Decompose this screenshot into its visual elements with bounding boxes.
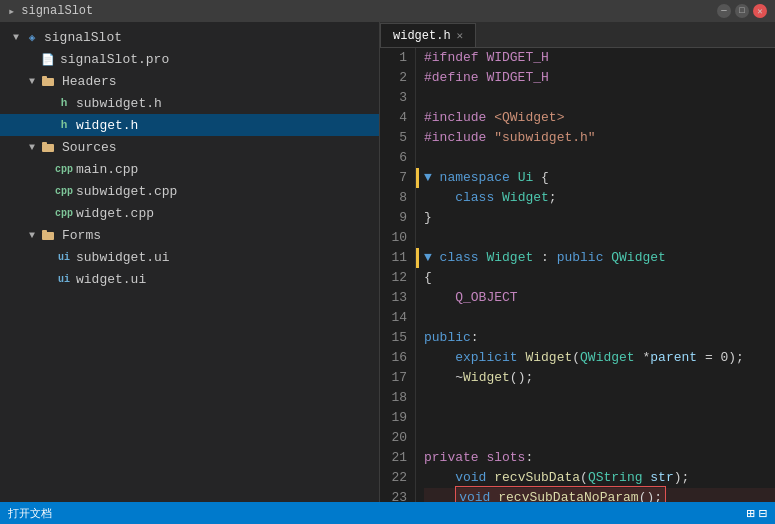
token-7-2: Ui bbox=[518, 168, 541, 188]
token-22-6: ); bbox=[674, 468, 690, 488]
tree-item-widget-cpp[interactable]: cpp widget.cpp bbox=[0, 202, 379, 224]
tree-item-widget-h[interactable]: h widget.h bbox=[0, 114, 379, 136]
token-4-1: #include bbox=[424, 108, 494, 128]
code-line-12: { bbox=[424, 268, 775, 288]
code-line-17: ~Widget(); bbox=[424, 368, 775, 388]
token-11-4: public bbox=[557, 248, 612, 268]
token-11-3: : bbox=[533, 248, 556, 268]
ln-18: 18 bbox=[384, 388, 407, 408]
code-line-9: } bbox=[424, 208, 775, 228]
ln-8: 8 bbox=[384, 188, 407, 208]
ln-1: 1 bbox=[384, 48, 407, 68]
token-5-2: "subwidget.h" bbox=[494, 128, 595, 148]
tree-item-forms[interactable]: ▼ Forms bbox=[0, 224, 379, 246]
code-line-18 bbox=[424, 388, 775, 408]
ln-16: 16 bbox=[384, 348, 407, 368]
minimize-button[interactable]: — bbox=[717, 4, 731, 18]
code-line-11: ▼ class Widget : public QWidget bbox=[424, 248, 775, 268]
icon-sources-folder bbox=[40, 139, 56, 155]
file-tree: ▼ ◈ signalSlot 📄 signalSlot.pro ▼ Header… bbox=[0, 22, 380, 502]
token-15-2: : bbox=[471, 328, 479, 348]
arrow-sources: ▼ bbox=[24, 139, 40, 155]
token-13-1: Q_OBJECT bbox=[455, 288, 517, 308]
close-button[interactable]: ✕ bbox=[753, 4, 767, 18]
icon-main-cpp: cpp bbox=[56, 161, 72, 177]
token-1-1: #ifndef WIDGET_H bbox=[424, 48, 549, 68]
ln-13: 13 bbox=[384, 288, 407, 308]
code-content: 1 2 3 4 5 6 7 8 9 10 11 12 13 14 15 16 1… bbox=[380, 48, 775, 502]
tree-label-subwidget-cpp: subwidget.cpp bbox=[76, 184, 177, 199]
token-15-1: public bbox=[424, 328, 471, 348]
tree-item-subwidget-cpp[interactable]: cpp subwidget.cpp bbox=[0, 180, 379, 202]
tree-label-widget-cpp: widget.cpp bbox=[76, 206, 154, 221]
code-lines: #ifndef WIDGET_H #define WIDGET_H #inclu… bbox=[416, 48, 775, 502]
token-23-3: (); bbox=[639, 490, 662, 502]
bottom-bar: 打开文档 ⊞ ⊟ bbox=[0, 502, 775, 524]
tree-item-sources[interactable]: ▼ Sources bbox=[0, 136, 379, 158]
title-bar-left: ▸ signalSlot bbox=[8, 4, 93, 19]
tree-item-headers[interactable]: ▼ Headers bbox=[0, 70, 379, 92]
token-8-1: class bbox=[455, 188, 502, 208]
tree-item-signalSlot[interactable]: ▼ ◈ signalSlot bbox=[0, 26, 379, 48]
arrow-signalSlot: ▼ bbox=[8, 29, 24, 45]
icon-subwidget-ui: ui bbox=[56, 249, 72, 265]
svg-rect-2 bbox=[42, 144, 54, 152]
token-23-2: recvSubDataNoParam bbox=[498, 490, 638, 502]
svg-rect-0 bbox=[42, 78, 54, 86]
token-16-indent bbox=[424, 348, 455, 368]
code-line-16: explicit Widget(QWidget *parent = 0); bbox=[424, 348, 775, 368]
token-11-5: QWidget bbox=[611, 248, 666, 268]
tree-item-subwidget-h[interactable]: h subwidget.h bbox=[0, 92, 379, 114]
code-line-21: private slots: bbox=[424, 448, 775, 468]
token-21-2: : bbox=[525, 448, 533, 468]
tab-widget-h[interactable]: widget.h ✕ bbox=[380, 23, 476, 47]
icon-subwidget-h: h bbox=[56, 95, 72, 111]
token-16-7: = 0); bbox=[705, 348, 744, 368]
code-line-22: void recvSubData(QString str); bbox=[424, 468, 775, 488]
tree-item-main-cpp[interactable]: cpp main.cpp bbox=[0, 158, 379, 180]
icon-forms-folder bbox=[40, 227, 56, 243]
code-line-5: #include "subwidget.h" bbox=[424, 128, 775, 148]
token-22-2: recvSubData bbox=[494, 468, 580, 488]
token-22-4: QString bbox=[588, 468, 650, 488]
tree-label-pro: signalSlot.pro bbox=[60, 52, 169, 67]
token-16-1: explicit bbox=[455, 348, 525, 368]
code-line-19 bbox=[424, 408, 775, 428]
code-line-10 bbox=[424, 228, 775, 248]
tree-item-widget-ui[interactable]: ui widget.ui bbox=[0, 268, 379, 290]
close-tab-icon[interactable]: ✕ bbox=[457, 29, 464, 42]
code-line-4: #include <QWidget> bbox=[424, 108, 775, 128]
token-17-2: Widget bbox=[463, 368, 510, 388]
tab-label-widget-h: widget.h bbox=[393, 29, 451, 43]
token-23-redbox: void recvSubDataNoParam(); bbox=[455, 486, 666, 502]
tree-label-widget-ui: widget.ui bbox=[76, 272, 146, 287]
token-17-indent bbox=[424, 368, 455, 388]
token-9-1: } bbox=[424, 208, 432, 228]
bottom-left-text: 打开文档 bbox=[8, 506, 52, 521]
ln-15: 15 bbox=[384, 328, 407, 348]
ln-19: 19 bbox=[384, 408, 407, 428]
code-line-14 bbox=[424, 308, 775, 328]
ln-14: 14 bbox=[384, 308, 407, 328]
tree-item-signalSlot-pro[interactable]: 📄 signalSlot.pro bbox=[0, 48, 379, 70]
token-22-3: ( bbox=[580, 468, 588, 488]
token-17-1: ~ bbox=[455, 368, 463, 388]
maximize-button[interactable]: □ bbox=[735, 4, 749, 18]
tree-label-forms: Forms bbox=[62, 228, 101, 243]
tree-label-widget-h: widget.h bbox=[76, 118, 138, 133]
arrow-headers: ▼ bbox=[24, 73, 40, 89]
icon-project: ◈ bbox=[24, 29, 40, 45]
split-icon[interactable]: ⊞ bbox=[746, 505, 754, 522]
tree-item-subwidget-ui[interactable]: ui subwidget.ui bbox=[0, 246, 379, 268]
icon-widget-h: h bbox=[56, 117, 72, 133]
token-7-1: ▼ namespace bbox=[424, 168, 518, 188]
code-line-2: #define WIDGET_H bbox=[424, 68, 775, 88]
title-bar-controls: — □ ✕ bbox=[717, 4, 767, 18]
ln-2: 2 bbox=[384, 68, 407, 88]
collapse-icon[interactable]: ⊟ bbox=[759, 505, 767, 522]
token-17-3: (); bbox=[510, 368, 533, 388]
svg-rect-3 bbox=[42, 142, 47, 145]
code-line-6 bbox=[424, 148, 775, 168]
tree-label-signalSlot: signalSlot bbox=[44, 30, 122, 45]
title-bar: ▸ signalSlot — □ ✕ bbox=[0, 0, 775, 22]
